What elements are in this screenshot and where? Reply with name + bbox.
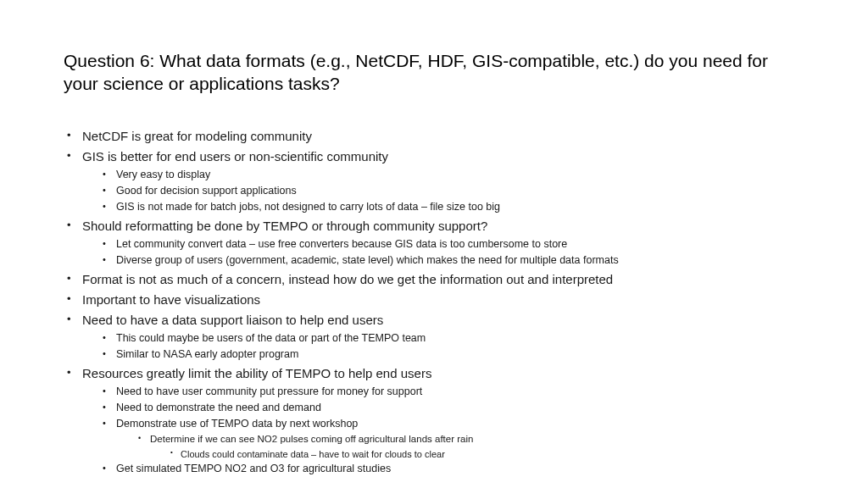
bullet-text: Demonstrate use of TEMPO data by next wo… (116, 418, 358, 430)
bullet-list-level4: Clouds could contaminate data – have to … (150, 448, 804, 461)
list-item: Resources greatly limit the ability of T… (64, 365, 804, 476)
bullet-text: Important to have visualizations (82, 292, 260, 307)
list-item: Need to have a data support liaison to h… (64, 312, 804, 362)
list-item: Need to have user community put pressure… (99, 385, 804, 399)
bullet-list-level2: Very easy to display Good for decision s… (82, 168, 804, 214)
list-item: Format is not as much of a concern, inst… (64, 271, 804, 288)
bullet-list-level1: NetCDF is great for modeling community G… (64, 128, 804, 477)
list-item: Important to have visualizations (64, 291, 804, 308)
list-item: Similar to NASA early adopter program (99, 347, 804, 362)
bullet-text: Format is not as much of a concern, inst… (82, 272, 613, 286)
bullet-text: Need to have a data support liaison to h… (82, 313, 383, 327)
bullet-list-level2: Need to have user community put pressure… (82, 385, 804, 476)
list-item: Determine if we can see NO2 pulses comin… (135, 433, 804, 460)
list-item: NetCDF is great for modeling community (64, 128, 804, 145)
bullet-text: Diverse group of users (government, acad… (116, 254, 619, 266)
list-item: GIS is not made for batch jobs, not desi… (99, 200, 804, 214)
list-item: This could maybe be users of the data or… (99, 331, 804, 346)
bullet-text: Need to have user community put pressure… (116, 385, 422, 397)
bullet-list-level3: Determine if we can see NO2 pulses comin… (116, 433, 804, 460)
bullet-text: NetCDF is great for modeling community (82, 129, 312, 143)
list-item: Clouds could contaminate data – have to … (167, 448, 804, 461)
bullet-text: Determine if we can see NO2 pulses comin… (150, 434, 473, 444)
bullet-text: Let community convert data – use free co… (116, 238, 567, 250)
bullet-text: Good for decision support applications (116, 185, 297, 197)
bullet-text: Clouds could contaminate data – have to … (181, 449, 445, 459)
bullet-text: Very easy to display (116, 169, 210, 180)
bullet-text: Need to demonstrate the need and demand (116, 402, 321, 413)
list-item: Demonstrate use of TEMPO data by next wo… (99, 417, 804, 460)
bullet-list-level2: Let community convert data – use free co… (82, 237, 804, 268)
slide-content: Question 6: What data formats (e.g., Net… (0, 0, 868, 488)
bullet-text: Get simulated TEMPO NO2 and O3 for agric… (116, 463, 391, 474)
bullet-list-level2: This could maybe be users of the data or… (82, 331, 804, 362)
list-item: Very easy to display (99, 168, 804, 182)
list-item: GIS is better for end users or non-scien… (64, 148, 804, 214)
list-item: Get simulated TEMPO NO2 and O3 for agric… (99, 462, 804, 476)
bullet-text: This could maybe be users of the data or… (116, 332, 426, 344)
slide-title: Question 6: What data formats (e.g., Net… (64, 49, 804, 96)
list-item: Diverse group of users (government, acad… (99, 253, 804, 268)
bullet-text: Should reformatting be done by TEMPO or … (82, 219, 487, 233)
list-item: Good for decision support applications (99, 184, 804, 198)
list-item: Need to demonstrate the need and demand (99, 401, 804, 415)
bullet-text: Resources greatly limit the ability of T… (82, 366, 431, 380)
list-item: Should reformatting be done by TEMPO or … (64, 218, 804, 268)
list-item: Let community convert data – use free co… (99, 237, 804, 252)
bullet-text: GIS is better for end users or non-scien… (82, 149, 388, 164)
bullet-text: Similar to NASA early adopter program (116, 348, 298, 360)
bullet-text: GIS is not made for batch jobs, not desi… (116, 201, 500, 213)
